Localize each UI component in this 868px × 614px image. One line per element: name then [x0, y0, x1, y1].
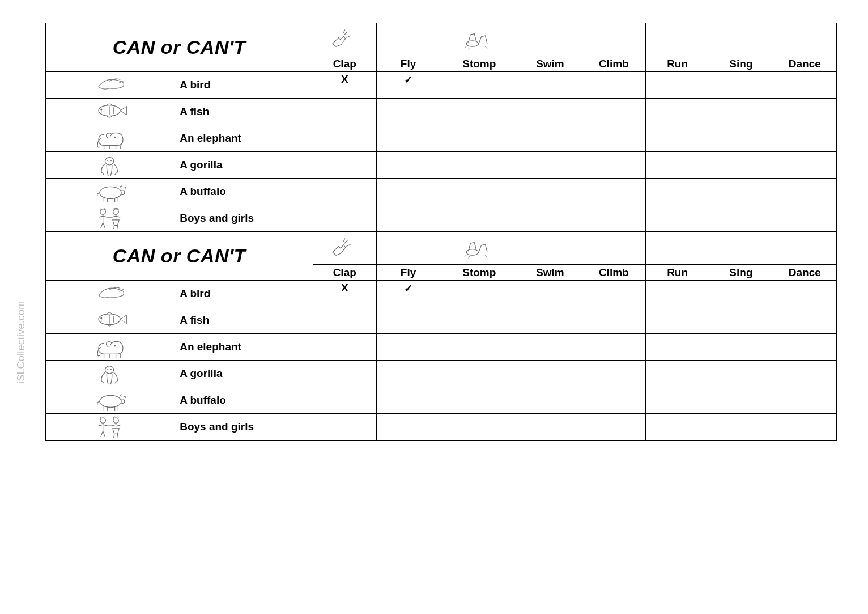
answer-cell[interactable] [709, 152, 773, 179]
answer-cell[interactable] [313, 205, 376, 232]
answer-cell[interactable] [709, 361, 773, 387]
answer-cell[interactable] [709, 72, 773, 99]
answer-cell[interactable] [645, 307, 709, 334]
answer-cell[interactable] [773, 205, 836, 232]
answer-cell[interactable] [582, 307, 645, 334]
answer-cell[interactable]: X [313, 281, 376, 307]
answer-cell[interactable]: X [313, 72, 376, 99]
answer-cell[interactable] [709, 179, 773, 205]
answer-cell[interactable] [313, 361, 376, 387]
answer-cell[interactable] [582, 152, 645, 179]
answer-cell[interactable] [518, 99, 582, 125]
answer-cell[interactable] [440, 72, 518, 99]
answer-cell[interactable] [709, 307, 773, 334]
answer-cell[interactable] [582, 125, 645, 152]
answer-cell[interactable] [773, 414, 836, 441]
action-header: Clap [313, 265, 376, 281]
answer-cell[interactable] [518, 334, 582, 361]
answer-cell[interactable] [645, 179, 709, 205]
answer-cell[interactable] [440, 281, 518, 307]
answer-cell[interactable]: ✓ [376, 72, 440, 99]
answer-cell[interactable] [376, 387, 440, 414]
answer-cell[interactable] [313, 334, 376, 361]
answer-cell[interactable] [518, 414, 582, 441]
answer-cell[interactable] [709, 387, 773, 414]
answer-cell[interactable] [518, 361, 582, 387]
answer-cell[interactable] [376, 152, 440, 179]
answer-cell[interactable] [582, 281, 645, 307]
answer-cell[interactable] [313, 152, 376, 179]
answer-cell[interactable] [440, 307, 518, 334]
animal-image-cell [46, 387, 175, 414]
answer-cell[interactable] [518, 152, 582, 179]
answer-cell[interactable] [773, 361, 836, 387]
answer-cell[interactable] [440, 152, 518, 179]
answer-cell[interactable] [440, 179, 518, 205]
answer-cell[interactable] [518, 307, 582, 334]
answer-cell[interactable]: ✓ [376, 281, 440, 307]
answer-cell[interactable] [313, 414, 376, 441]
answer-cell[interactable] [645, 334, 709, 361]
answer-cell[interactable] [313, 307, 376, 334]
answer-cell[interactable] [313, 179, 376, 205]
answer-cell[interactable] [376, 125, 440, 152]
answer-cell[interactable] [582, 334, 645, 361]
answer-cell[interactable] [440, 205, 518, 232]
answer-cell[interactable] [313, 99, 376, 125]
answer-cell[interactable] [582, 99, 645, 125]
answer-cell[interactable] [709, 281, 773, 307]
action-header: Sing [709, 265, 773, 281]
answer-cell[interactable] [709, 99, 773, 125]
answer-cell[interactable] [709, 414, 773, 441]
answer-cell[interactable] [773, 99, 836, 125]
answer-cell[interactable] [582, 414, 645, 441]
answer-cell[interactable] [376, 179, 440, 205]
answer-cell[interactable] [773, 152, 836, 179]
answer-cell[interactable] [518, 205, 582, 232]
answer-cell[interactable] [440, 414, 518, 441]
answer-cell[interactable] [440, 125, 518, 152]
answer-cell[interactable] [440, 387, 518, 414]
answer-cell[interactable] [376, 334, 440, 361]
answer-cell[interactable] [518, 72, 582, 99]
answer-cell[interactable] [440, 99, 518, 125]
answer-cell[interactable] [645, 99, 709, 125]
answer-cell[interactable] [376, 361, 440, 387]
answer-cell[interactable] [645, 414, 709, 441]
answer-cell[interactable] [645, 72, 709, 99]
answer-cell[interactable] [518, 125, 582, 152]
answer-cell[interactable] [773, 125, 836, 152]
answer-cell[interactable] [376, 205, 440, 232]
answer-cell[interactable] [645, 205, 709, 232]
answer-cell[interactable] [773, 179, 836, 205]
animal-image-cell [46, 72, 175, 99]
answer-cell[interactable] [582, 361, 645, 387]
answer-cell[interactable] [709, 125, 773, 152]
answer-cell[interactable] [773, 307, 836, 334]
answer-cell[interactable] [582, 387, 645, 414]
answer-cell[interactable] [773, 387, 836, 414]
answer-cell[interactable] [582, 179, 645, 205]
answer-cell[interactable] [645, 152, 709, 179]
answer-cell[interactable] [376, 414, 440, 441]
answer-cell[interactable] [645, 387, 709, 414]
answer-cell[interactable] [645, 125, 709, 152]
answer-cell[interactable] [709, 205, 773, 232]
answer-cell[interactable] [518, 387, 582, 414]
answer-cell[interactable] [645, 361, 709, 387]
answer-cell[interactable] [518, 179, 582, 205]
answer-cell[interactable] [440, 334, 518, 361]
answer-cell[interactable] [376, 99, 440, 125]
answer-cell[interactable] [518, 281, 582, 307]
answer-cell[interactable] [582, 205, 645, 232]
answer-cell[interactable] [709, 334, 773, 361]
answer-cell[interactable] [313, 387, 376, 414]
answer-cell[interactable] [313, 125, 376, 152]
answer-cell[interactable] [645, 281, 709, 307]
answer-cell[interactable] [773, 281, 836, 307]
answer-cell[interactable] [773, 334, 836, 361]
answer-cell[interactable] [582, 72, 645, 99]
answer-cell[interactable] [773, 72, 836, 99]
answer-cell[interactable] [376, 307, 440, 334]
answer-cell[interactable] [440, 361, 518, 387]
